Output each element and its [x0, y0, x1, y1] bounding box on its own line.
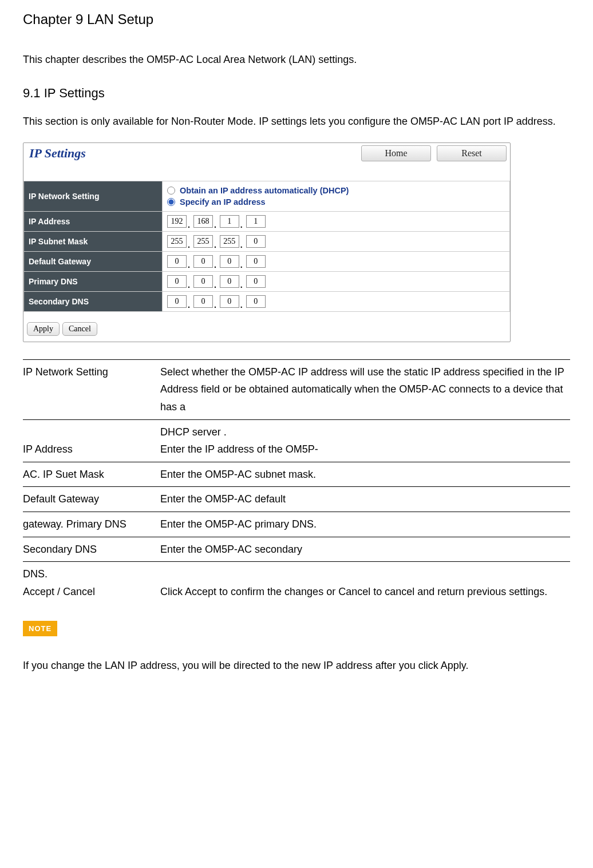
button-row: Apply Cancel — [23, 312, 510, 342]
definition-term: IP Address — [23, 419, 160, 462]
label-default-gateway: Default Gateway — [24, 251, 163, 271]
intro-text: This chapter describes the OM5P-AC Local… — [23, 50, 570, 69]
dot-separator: . — [213, 302, 218, 308]
definition-desc: Select whether the OM5P-AC IP address wi… — [160, 359, 570, 419]
definition-term: Secondary DNS — [23, 537, 160, 562]
dot-separator: . — [239, 262, 244, 268]
settings-table: IP Network Setting Obtain an IP address … — [23, 181, 510, 312]
screenshot-header: IP Settings Home Reset — [23, 143, 510, 164]
dot-separator: . — [239, 242, 244, 248]
sdns-octet-2[interactable] — [193, 295, 213, 308]
chapter-title: Chapter 9 LAN Setup — [23, 11, 570, 27]
subnet-octet-4[interactable] — [246, 235, 266, 248]
home-button[interactable]: Home — [361, 145, 431, 161]
radio-static[interactable] — [167, 198, 175, 206]
definition-desc: Enter the OM5P-AC subnet mask. — [160, 462, 570, 487]
subnet-octet-1[interactable] — [167, 235, 187, 248]
sdns-octet-1[interactable] — [167, 295, 187, 308]
section-title: 9.1 IP Settings — [23, 86, 570, 101]
pdns-octet-1[interactable] — [167, 275, 187, 288]
subnet-octet-2[interactable] — [193, 235, 213, 248]
dot-separator: . — [213, 222, 218, 228]
gateway-octet-1[interactable] — [167, 255, 187, 268]
pdns-octet-3[interactable] — [220, 275, 239, 288]
label-primary-dns: Primary DNS — [24, 271, 163, 291]
row-network-setting: IP Network Setting Obtain an IP address … — [24, 181, 510, 211]
dot-separator: . — [213, 282, 218, 288]
row-ip-address: IP Address . . . — [24, 211, 510, 231]
label-secondary-dns: Secondary DNS — [24, 291, 163, 311]
ip-octet-4[interactable] — [246, 215, 266, 228]
cancel-button[interactable]: Cancel — [62, 322, 97, 336]
label-network-setting: IP Network Setting — [24, 181, 163, 211]
label-subnet-mask: IP Subnet Mask — [24, 231, 163, 251]
definition-row: IP Address DHCP server . Enter the IP ad… — [23, 419, 570, 462]
definition-desc: Enter the OM5P-AC secondary — [160, 537, 570, 562]
definition-desc: DHCP server . Enter the IP address of th… — [160, 419, 570, 462]
section-text: This section is only available for Non-R… — [23, 112, 570, 130]
pdns-octet-4[interactable] — [246, 275, 266, 288]
row-subnet-mask: IP Subnet Mask . . . — [24, 231, 510, 251]
ip-octet-3[interactable] — [220, 215, 239, 228]
sdns-octet-4[interactable] — [246, 295, 266, 308]
dot-separator: . — [239, 282, 244, 288]
definition-term: Default Gateway — [23, 487, 160, 512]
definition-desc: Enter the OM5P-AC primary DNS. — [160, 512, 570, 537]
dot-separator: . — [213, 262, 218, 268]
definition-row: AC. IP Suet Mask Enter the OM5P-AC subne… — [23, 462, 570, 487]
dot-separator: . — [213, 242, 218, 248]
ip-octet-2[interactable] — [193, 215, 213, 228]
definition-term: DNS. Accept / Cancel — [23, 562, 160, 604]
definition-row: Default Gateway Enter the OM5P-AC defaul… — [23, 487, 570, 512]
radio-static-label: Specify an IP address — [180, 197, 266, 207]
dot-separator: . — [187, 262, 191, 268]
note-text: If you change the LAN IP address, you wi… — [23, 656, 570, 675]
definition-term: gateway. Primary DNS — [23, 512, 160, 537]
gateway-octet-4[interactable] — [246, 255, 266, 268]
gateway-octet-2[interactable] — [193, 255, 213, 268]
definition-row: IP Network Setting Select whether the OM… — [23, 359, 570, 419]
row-primary-dns: Primary DNS . . . — [24, 271, 510, 291]
apply-button[interactable]: Apply — [27, 322, 60, 336]
definition-term: IP Network Setting — [23, 359, 160, 419]
ip-settings-screenshot: IP Settings Home Reset IP Network Settin… — [23, 142, 511, 342]
definition-term: AC. IP Suet Mask — [23, 462, 160, 487]
row-default-gateway: Default Gateway . . . — [24, 251, 510, 271]
radio-dhcp[interactable] — [167, 187, 175, 195]
dot-separator: . — [187, 282, 191, 288]
definition-row: Secondary DNS Enter the OM5P-AC secondar… — [23, 537, 570, 562]
definition-row: gateway. Primary DNS Enter the OM5P-AC p… — [23, 512, 570, 537]
gateway-octet-3[interactable] — [220, 255, 239, 268]
subnet-octet-3[interactable] — [220, 235, 239, 248]
note-badge: NOTE — [23, 621, 57, 636]
dot-separator: . — [187, 222, 191, 228]
radio-dhcp-label: Obtain an IP address automatically (DHCP… — [180, 186, 349, 195]
definition-desc: Click Accept to confirm the changes or C… — [160, 562, 570, 604]
ip-octet-1[interactable] — [167, 215, 187, 228]
dot-separator: . — [187, 242, 191, 248]
dot-separator: . — [239, 302, 244, 308]
dot-separator: . — [187, 302, 191, 308]
definition-desc: Enter the OM5P-AC default — [160, 487, 570, 512]
reset-button[interactable]: Reset — [437, 145, 507, 161]
sdns-octet-3[interactable] — [220, 295, 239, 308]
dot-separator: . — [239, 222, 244, 228]
label-ip-address: IP Address — [24, 211, 163, 231]
definitions-table: IP Network Setting Select whether the OM… — [23, 359, 570, 604]
definition-row: DNS. Accept / Cancel Click Accept to con… — [23, 562, 570, 604]
row-secondary-dns: Secondary DNS . . . — [24, 291, 510, 311]
pdns-octet-2[interactable] — [193, 275, 213, 288]
panel-title: IP Settings — [27, 146, 355, 161]
